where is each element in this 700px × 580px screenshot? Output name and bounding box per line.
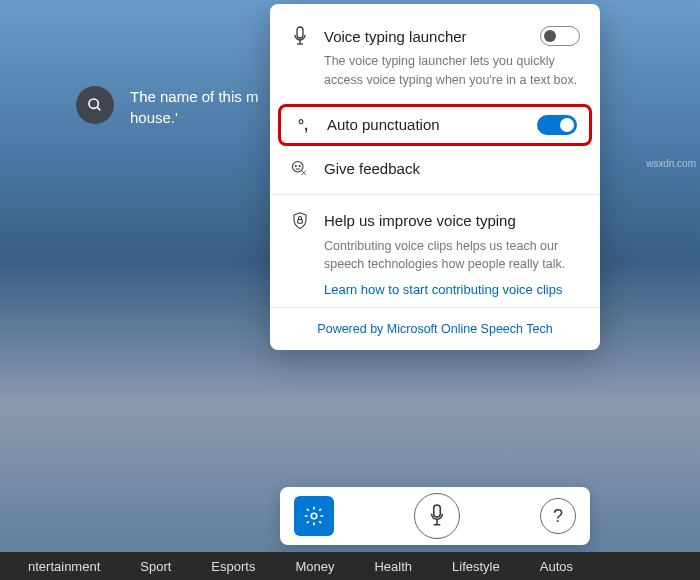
nav-autos[interactable]: Autos	[520, 559, 593, 574]
search-icon-circle[interactable]	[76, 86, 114, 124]
auto-punctuation-title: Auto punctuation	[327, 116, 523, 133]
voice-typing-launcher-title: Voice typing launcher	[324, 28, 526, 45]
help-improve-desc: Contributing voice clips helps us teach …	[324, 237, 580, 275]
svg-rect-10	[434, 505, 441, 517]
nav-sport[interactable]: Sport	[120, 559, 191, 574]
search-preview-text: The name of this m house.'	[130, 86, 258, 128]
contribute-voice-clips-link[interactable]: Learn how to start contributing voice cl…	[324, 282, 580, 297]
feedback-icon	[290, 160, 310, 178]
watermark: wsxdn.com	[646, 158, 696, 169]
auto-punctuation-toggle[interactable]	[537, 115, 577, 135]
panel-footer-link[interactable]: Powered by Microsoft Online Speech Tech	[270, 307, 600, 350]
nav-entertainment[interactable]: ntertainment	[8, 559, 120, 574]
voice-typing-settings-panel: Voice typing launcher The voice typing l…	[270, 4, 600, 350]
voice-typing-launcher-row: Voice typing launcher The voice typing l…	[270, 16, 600, 100]
nav-esports[interactable]: Esports	[191, 559, 275, 574]
svg-point-7	[299, 165, 300, 166]
settings-button[interactable]	[294, 496, 334, 536]
svg-line-1	[97, 107, 100, 110]
microphone-icon	[428, 504, 446, 528]
svg-point-5	[293, 161, 304, 172]
auto-punctuation-row: °, Auto punctuation	[278, 104, 592, 146]
gear-icon	[303, 505, 325, 527]
voice-typing-toolbar: ?	[280, 487, 590, 545]
help-button[interactable]: ?	[540, 498, 576, 534]
svg-point-0	[89, 99, 98, 108]
give-feedback-row[interactable]: Give feedback	[270, 150, 600, 188]
microphone-icon	[290, 26, 310, 46]
question-icon: ?	[553, 506, 563, 527]
search-widget: The name of this m house.'	[76, 86, 258, 128]
microphone-button[interactable]	[414, 493, 460, 539]
bottom-nav-bar: ntertainment Sport Esports Money Health …	[0, 552, 700, 580]
svg-point-9	[311, 513, 317, 519]
divider	[270, 194, 600, 195]
help-improve-row: Help us improve voice typing Contributin…	[270, 201, 600, 308]
voice-typing-launcher-toggle[interactable]	[540, 26, 580, 46]
nav-money[interactable]: Money	[275, 559, 354, 574]
svg-rect-8	[298, 219, 303, 223]
svg-rect-2	[297, 27, 303, 38]
nav-health[interactable]: Health	[354, 559, 432, 574]
search-icon	[87, 97, 103, 113]
punctuation-icon: °,	[293, 116, 313, 133]
help-improve-title: Help us improve voice typing	[324, 212, 580, 229]
voice-typing-launcher-desc: The voice typing launcher lets you quick…	[324, 52, 580, 90]
nav-lifestyle[interactable]: Lifestyle	[432, 559, 520, 574]
shield-lock-icon	[290, 211, 310, 231]
svg-point-6	[295, 165, 296, 166]
give-feedback-title: Give feedback	[324, 160, 580, 177]
